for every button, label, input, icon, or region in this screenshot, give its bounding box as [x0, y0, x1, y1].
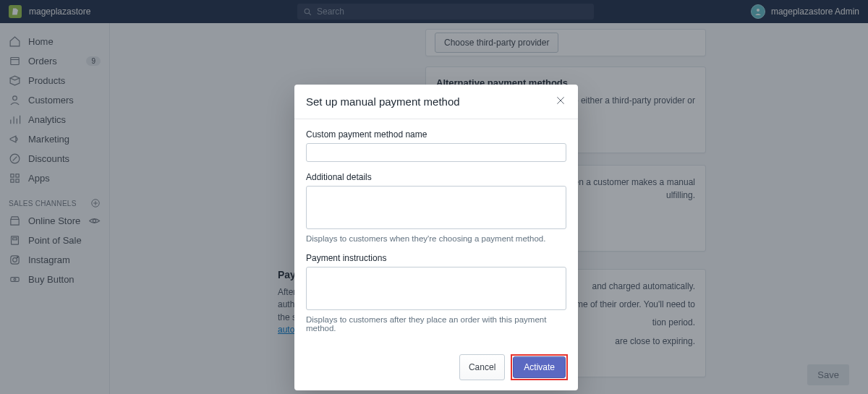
- close-icon: [555, 95, 566, 106]
- manual-payment-modal: Set up manual payment method Custom paym…: [294, 85, 578, 390]
- payment-instructions-input[interactable]: [306, 267, 566, 310]
- instructions-label: Payment instructions: [306, 253, 566, 263]
- activate-highlight: Activate: [511, 354, 568, 380]
- modal-header: Set up manual payment method: [294, 85, 578, 119]
- details-help: Displays to customers when they're choos…: [306, 234, 566, 243]
- details-label: Additional details: [306, 172, 566, 182]
- close-button[interactable]: [555, 95, 566, 108]
- name-label: Custom payment method name: [306, 129, 566, 140]
- activate-button[interactable]: Activate: [513, 356, 566, 378]
- instructions-help: Displays to customers after they place a…: [306, 315, 566, 333]
- additional-details-input[interactable]: [306, 186, 566, 229]
- modal-footer: Cancel Activate: [294, 346, 578, 390]
- modal-title: Set up manual payment method: [306, 95, 460, 108]
- modal-body: Custom payment method name Additional de…: [294, 119, 578, 346]
- custom-name-input[interactable]: [306, 143, 566, 162]
- cancel-button[interactable]: Cancel: [459, 354, 505, 380]
